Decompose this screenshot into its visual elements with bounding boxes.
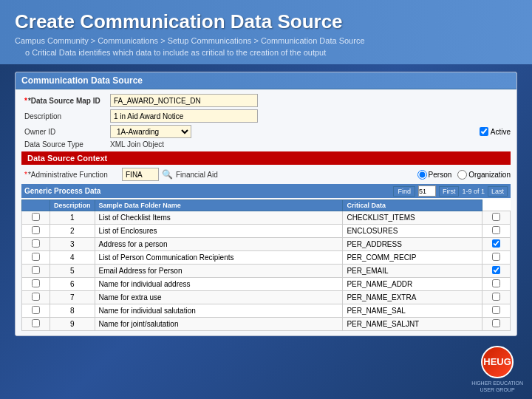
owner-id-select[interactable]: 1A-Awarding bbox=[110, 125, 191, 138]
desc-cell: List of Checklist Items bbox=[95, 211, 343, 225]
folder-cell: ENCLOSURES bbox=[343, 225, 482, 238]
folder-cell: PER_COMM_RECIP bbox=[343, 251, 482, 265]
subtitle: Critical Data identifies which data to i… bbox=[15, 48, 517, 57]
logo-circle: HEUG bbox=[481, 346, 514, 378]
critical-checkbox[interactable] bbox=[492, 226, 500, 234]
critical-cell[interactable] bbox=[482, 278, 510, 291]
last-button[interactable]: Last bbox=[488, 186, 508, 197]
row-select-cell[interactable] bbox=[22, 265, 50, 278]
table-row: 6Name for individual addressPER_NAME_ADD… bbox=[22, 278, 511, 291]
org-radio[interactable] bbox=[457, 170, 467, 180]
row-select-cell[interactable] bbox=[22, 238, 50, 251]
critical-cell[interactable] bbox=[482, 318, 510, 331]
row-select-cell[interactable] bbox=[22, 278, 50, 291]
folder-cell: PER_NAME_SALJNT bbox=[343, 318, 482, 331]
critical-checkbox[interactable] bbox=[492, 279, 500, 287]
desc-cell: List of Person Communication Recipients bbox=[95, 251, 343, 265]
table-section: Generic Process Data Find First 1-9 of 1… bbox=[21, 184, 511, 331]
description-input[interactable] bbox=[110, 109, 258, 123]
table-controls: Find First 1-9 of 1 Last bbox=[393, 185, 508, 197]
logo-area: HEUG HIGHER EDUCATIONUSER GROUP bbox=[471, 346, 523, 393]
admin-inputs: 🔍 Financial Aid bbox=[122, 168, 218, 181]
row-select-checkbox[interactable] bbox=[32, 279, 40, 287]
critical-checkbox[interactable] bbox=[492, 253, 500, 261]
main-content: Communication Data Source *Data Source M… bbox=[0, 64, 532, 344]
row-select-checkbox[interactable] bbox=[32, 213, 40, 221]
critical-cell[interactable] bbox=[482, 304, 510, 318]
active-label: Active bbox=[491, 128, 511, 136]
desc-cell: Address for a person bbox=[95, 238, 343, 251]
org-label-text: Organization bbox=[468, 171, 511, 179]
critical-checkbox[interactable] bbox=[492, 306, 500, 314]
find-input[interactable] bbox=[418, 185, 436, 197]
col-desc: Description bbox=[50, 200, 95, 211]
admin-function-label: *Administrative Function bbox=[21, 171, 117, 179]
active-spacer: Active bbox=[480, 127, 511, 136]
data-source-type-label: Data Source Type bbox=[21, 140, 110, 149]
table-row: 8Name for individual salutationPER_NAME_… bbox=[22, 304, 511, 318]
row-select-cell[interactable] bbox=[22, 211, 50, 225]
critical-cell[interactable] bbox=[482, 251, 510, 265]
row-select-checkbox[interactable] bbox=[32, 266, 40, 274]
desc-cell: Name for extra use bbox=[95, 291, 343, 304]
person-radio-label[interactable]: Person bbox=[417, 170, 452, 180]
critical-cell[interactable] bbox=[482, 238, 510, 251]
seq-cell: 1 bbox=[50, 211, 95, 225]
folder-cell: PER_EMAIL bbox=[343, 265, 482, 278]
row-select-checkbox[interactable] bbox=[32, 319, 40, 327]
folder-cell: PER_NAME_ADDR bbox=[343, 278, 482, 291]
description-label: Description bbox=[21, 112, 110, 120]
row-select-cell[interactable] bbox=[22, 251, 50, 265]
table-row: 7Name for extra usePER_NAME_EXTRA bbox=[22, 291, 511, 304]
form-body: *Data Source Map ID Description Owner ID… bbox=[16, 89, 516, 335]
data-source-map-input[interactable] bbox=[110, 94, 258, 107]
owner-row: Owner ID 1A-Awarding Active bbox=[21, 125, 511, 138]
col-critical: Critical Data bbox=[343, 200, 482, 211]
row-select-checkbox[interactable] bbox=[32, 306, 40, 314]
data-source-map-label: *Data Source Map ID bbox=[21, 97, 110, 105]
folder-cell: PER_ADDRESS bbox=[343, 238, 482, 251]
desc-cell: Email Address for Person bbox=[95, 265, 343, 278]
critical-checkbox[interactable] bbox=[492, 319, 500, 327]
admin-function-row: *Administrative Function 🔍 Financial Aid… bbox=[21, 168, 511, 181]
form-panel-header: Communication Data Source bbox=[16, 72, 516, 89]
critical-cell[interactable] bbox=[482, 265, 510, 278]
data-table: Description Sample Data Folder Name Crit… bbox=[21, 200, 511, 331]
data-source-type-row: Data Source Type XML Join Object bbox=[21, 140, 511, 149]
desc-cell: List of Enclosures bbox=[95, 225, 343, 238]
critical-checkbox[interactable] bbox=[492, 239, 500, 248]
critical-cell[interactable] bbox=[482, 291, 510, 304]
row-select-cell[interactable] bbox=[22, 291, 50, 304]
seq-cell: 2 bbox=[50, 225, 95, 238]
row-select-cell[interactable] bbox=[22, 225, 50, 238]
row-select-cell[interactable] bbox=[22, 318, 50, 331]
row-select-checkbox[interactable] bbox=[32, 253, 40, 261]
table-row: 3Address for a personPER_ADDRESS bbox=[22, 238, 511, 251]
active-checkbox[interactable] bbox=[480, 127, 488, 136]
lookup-icon[interactable]: 🔍 bbox=[162, 169, 173, 180]
logo-text: HEUG bbox=[483, 356, 511, 368]
first-button[interactable]: First bbox=[439, 186, 460, 197]
critical-checkbox[interactable] bbox=[492, 293, 500, 301]
breadcrumb: Campus Community > Communications > Setu… bbox=[15, 36, 517, 45]
admin-code-input[interactable] bbox=[122, 168, 159, 181]
critical-checkbox[interactable] bbox=[492, 266, 500, 274]
table-row: 2List of EnclosuresENCLOSURES bbox=[22, 225, 511, 238]
row-select-checkbox[interactable] bbox=[32, 226, 40, 234]
find-button[interactable]: Find bbox=[393, 186, 415, 197]
critical-cell[interactable] bbox=[482, 211, 510, 225]
row-select-checkbox[interactable] bbox=[32, 239, 40, 248]
page-title: Create Communication Data Source bbox=[15, 10, 517, 33]
desc-cell: Name for individual address bbox=[95, 278, 343, 291]
critical-checkbox[interactable] bbox=[492, 213, 500, 221]
row-select-cell[interactable] bbox=[22, 304, 50, 318]
seq-cell: 6 bbox=[50, 278, 95, 291]
person-radio[interactable] bbox=[417, 170, 427, 180]
org-radio-label[interactable]: Organization bbox=[457, 170, 511, 180]
critical-cell[interactable] bbox=[482, 225, 510, 238]
section-bar: Data Source Context bbox=[21, 151, 511, 165]
desc-cell: Name for individual salutation bbox=[95, 304, 343, 318]
data-source-type-value: XML Join Object bbox=[110, 140, 164, 149]
row-select-checkbox[interactable] bbox=[32, 293, 40, 301]
logo-subtext: HIGHER EDUCATIONUSER GROUP bbox=[471, 380, 523, 393]
